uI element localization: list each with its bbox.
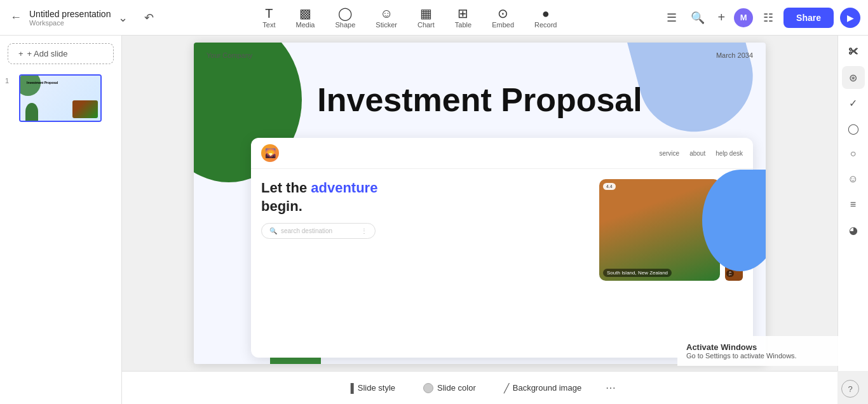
embed-icon: ⊙	[498, 7, 508, 20]
shape-label: Shape	[336, 21, 356, 29]
more-options-button[interactable]: ⋯	[603, 379, 618, 396]
nav-link-about: about	[689, 150, 705, 157]
slide-color-label: Slide color	[437, 383, 476, 393]
mock-logo: 🌄	[261, 144, 279, 162]
mock-nav: 🌄 service about help desk	[251, 138, 753, 169]
slide-thumbnail-1[interactable]: Investment Proposal	[19, 74, 102, 122]
chart-label: Chart	[417, 21, 435, 29]
toolbar-left: ← Untitled presentation Workspace ⌄ ↶	[0, 8, 164, 27]
slide-canvas[interactable]: Your Company March 2034 Investment Propo…	[194, 43, 766, 364]
toolbar-right: ☰ 🔍 + M ☷ Share ▶	[655, 7, 868, 29]
sticker-tool[interactable]: ☺ Sticker	[367, 3, 406, 32]
date-text: March 2034	[716, 51, 753, 59]
embed-tool[interactable]: ⊙ Embed	[483, 3, 523, 32]
bottom-bar: ▐ Slide style Slide color ╱ Background i…	[122, 371, 837, 404]
tagline-part1: Let the	[261, 180, 311, 196]
text-tool[interactable]: T Text	[254, 3, 284, 32]
record-tool[interactable]: ● Record	[526, 3, 566, 32]
user-avatar[interactable]: M	[734, 8, 753, 27]
text-label: Text	[262, 21, 275, 29]
mock-search-bar[interactable]: 🔍 search destination ⋮	[261, 223, 376, 239]
play-button[interactable]: ▶	[840, 8, 860, 28]
person-tool[interactable]: ◯	[842, 117, 865, 140]
search-options-icon: ⋮	[361, 227, 367, 234]
add-slide-button[interactable]: + + Add slide	[8, 43, 114, 64]
background-image-label: Background image	[513, 383, 581, 393]
add-slide-plus-icon: +	[18, 49, 24, 58]
add-button[interactable]: +	[715, 8, 728, 27]
globe-tool[interactable]: ◕	[842, 219, 865, 241]
notifications-button[interactable]: ☰	[663, 7, 681, 29]
title-area: Untitled presentation Workspace	[29, 9, 111, 27]
table-icon: ⊞	[458, 7, 468, 20]
mock-left-content: Let the adventure begin. 🔍 search destin…	[261, 179, 589, 281]
embed-label: Embed	[492, 21, 514, 29]
check-tool[interactable]: ✓	[842, 91, 865, 114]
left-panel: + + Add slide 1 Investment Proposal	[0, 36, 122, 404]
company-text: Your Company	[207, 51, 252, 59]
mock-nav-links: service about help desk	[659, 150, 743, 157]
mock-tagline: Let the adventure begin.	[261, 179, 589, 215]
record-label: Record	[534, 21, 557, 29]
mock-body: Let the adventure begin. 🔍 search destin…	[251, 169, 753, 291]
slide-item-1[interactable]: 1 Investment Proposal	[5, 74, 116, 122]
add-slide-label: + Add slide	[27, 49, 68, 58]
activate-subtitle: Go to Settings to activate Windows.	[686, 352, 859, 360]
toolbar: ← Untitled presentation Workspace ⌄ ↶ T …	[0, 0, 868, 36]
text-icon: T	[265, 7, 273, 20]
title-chevron-icon[interactable]: ⌄	[116, 8, 130, 27]
chart-icon: ▦	[420, 7, 432, 20]
shape-tool[interactable]: ◯ Shape	[327, 3, 365, 32]
slides-list: 1 Investment Proposal	[0, 72, 121, 404]
slide-title: Investment Proposal	[317, 81, 642, 119]
side-photo-badge: 4.1	[726, 270, 734, 277]
undo-button[interactable]: ↶	[142, 8, 156, 27]
search-placeholder-text: search destination	[281, 227, 357, 234]
photo-rating-badge: 4.4	[603, 183, 616, 190]
slide-number-1: 1	[5, 74, 14, 84]
photo-caption: South Island, New Zealand	[603, 269, 672, 277]
background-image-button[interactable]: ╱ Background image	[498, 379, 588, 397]
sticker-icon: ☺	[380, 7, 393, 20]
toolbar-center: T Text ▩ Media ◯ Shape ☺ Sticker ▦ Chart…	[164, 3, 655, 32]
thumb-photo	[72, 100, 98, 118]
thumb-leaf	[25, 103, 38, 121]
mock-app-screenshot: 🌄 service about help desk Let the advent…	[251, 138, 753, 358]
slide-color-circle	[423, 383, 433, 393]
share-button[interactable]: Share	[783, 8, 834, 28]
media-label: Media	[296, 21, 315, 29]
main-photo: 4.4 South Island, New Zealand	[599, 179, 720, 281]
slide-style-button[interactable]: ▐ Slide style	[341, 379, 402, 397]
activate-title: Activate Windows	[686, 342, 859, 352]
slide-color-button[interactable]: Slide color	[417, 379, 482, 397]
activate-windows-notice: Activate Windows Go to Settings to activ…	[677, 336, 868, 366]
bubble-tool[interactable]: ○	[842, 142, 865, 165]
table-tool[interactable]: ⊞ Table	[446, 3, 480, 32]
main-canvas-area: Your Company March 2034 Investment Propo…	[122, 36, 837, 371]
slide-style-icon: ▐	[348, 383, 354, 393]
table-label: Table	[455, 21, 471, 29]
scissors-tool[interactable]: ✀	[842, 41, 865, 64]
slide-style-label: Slide style	[358, 383, 395, 393]
thumb-green-circle	[20, 76, 41, 96]
strikethrough-tool[interactable]: ≡	[842, 193, 865, 216]
right-panel: ✀ ⊛ ✓ ◯ ○ ☺ ≡ ◕	[837, 36, 868, 371]
sticker-label: Sticker	[376, 21, 397, 29]
grid-view-button[interactable]: ☷	[759, 7, 777, 29]
canvas-wrapper: Your Company March 2034 Investment Propo…	[194, 43, 766, 364]
background-image-icon: ╱	[504, 383, 509, 393]
chart-tool[interactable]: ▦ Chart	[409, 3, 444, 32]
workspace-label: Workspace	[29, 19, 111, 27]
nav-link-service: service	[659, 150, 679, 157]
thumb-title-text: Investment Proposal	[27, 81, 58, 84]
slide-thumb-inner: Investment Proposal	[20, 76, 100, 121]
smiley-tool[interactable]: ☺	[842, 168, 865, 191]
presentation-title: Untitled presentation	[29, 9, 111, 19]
search-button[interactable]: 🔍	[687, 7, 709, 29]
record-icon: ●	[542, 7, 550, 20]
back-button[interactable]: ←	[8, 8, 24, 27]
layout-tool[interactable]: ⊛	[842, 66, 865, 89]
help-button[interactable]: ?	[841, 380, 859, 398]
media-tool[interactable]: ▩ Media	[287, 3, 324, 32]
media-icon: ▩	[299, 7, 311, 20]
